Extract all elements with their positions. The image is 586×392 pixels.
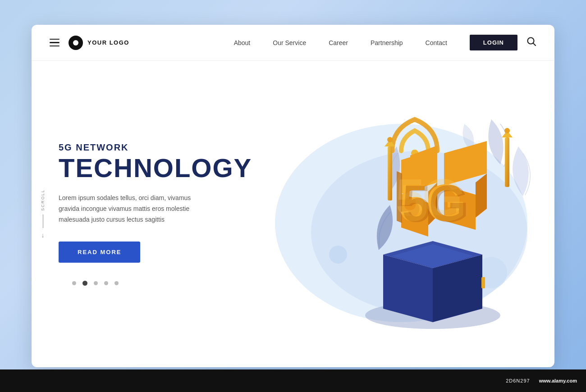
main-content: SCROLL ↓ 5G NETWORK TECHNOLOGY Lorem ips… xyxy=(32,61,554,367)
logo-icon xyxy=(69,36,83,50)
pagination-dots xyxy=(72,281,216,286)
dot-4[interactable] xyxy=(104,281,108,285)
hero-left: 5G NETWORK TECHNOLOGY Lorem ipsum sodale… xyxy=(32,124,239,303)
dot-3[interactable] xyxy=(94,281,98,285)
nav-contact[interactable]: Contact xyxy=(426,39,447,46)
watermark-url: www.alamy.com xyxy=(539,378,577,383)
hero-subtitle: 5G NETWORK xyxy=(59,142,216,153)
watermark-bar: 2D6N297 www.alamy.com xyxy=(0,369,586,392)
logo-text: YOUR LOGO xyxy=(87,39,129,46)
nav-about[interactable]: About xyxy=(234,39,251,46)
search-icon[interactable] xyxy=(526,36,536,49)
dot-1[interactable] xyxy=(72,281,76,285)
nav-links: About Our Service Career Partnership Con… xyxy=(234,39,447,46)
svg-rect-14 xyxy=(481,277,485,288)
svg-text:5G: 5G xyxy=(402,175,467,232)
nav-career[interactable]: Career xyxy=(329,39,348,46)
nav-partnership[interactable]: Partnership xyxy=(371,39,403,46)
hero-illustration: 5G 5G 5G 5G xyxy=(239,61,554,367)
dot-2[interactable] xyxy=(82,281,87,286)
watermark-id: 2D6N297 xyxy=(506,378,530,383)
svg-point-5 xyxy=(329,246,347,264)
read-more-button[interactable]: READ MORE xyxy=(59,242,140,263)
logo: YOUR LOGO xyxy=(69,36,129,50)
svg-rect-7 xyxy=(388,146,392,201)
svg-line-1 xyxy=(533,43,536,46)
dot-5[interactable] xyxy=(114,281,119,285)
login-button[interactable]: LOGIN xyxy=(470,35,517,50)
5g-illustration: 5G 5G 5G 5G xyxy=(257,83,536,345)
svg-point-12 xyxy=(504,128,510,133)
page-frame: YOUR LOGO About Our Service Career Partn… xyxy=(32,25,554,367)
navbar: YOUR LOGO About Our Service Career Partn… xyxy=(32,25,554,61)
hero-description: Lorem ipsum sodales tellus, orci diam, v… xyxy=(59,193,212,225)
nav-our-service[interactable]: Our Service xyxy=(273,39,306,46)
svg-point-9 xyxy=(387,137,393,142)
hero-title: TECHNOLOGY xyxy=(59,155,216,182)
nav-right: LOGIN xyxy=(470,35,536,50)
svg-rect-10 xyxy=(505,137,509,187)
hamburger-menu[interactable] xyxy=(50,39,60,47)
